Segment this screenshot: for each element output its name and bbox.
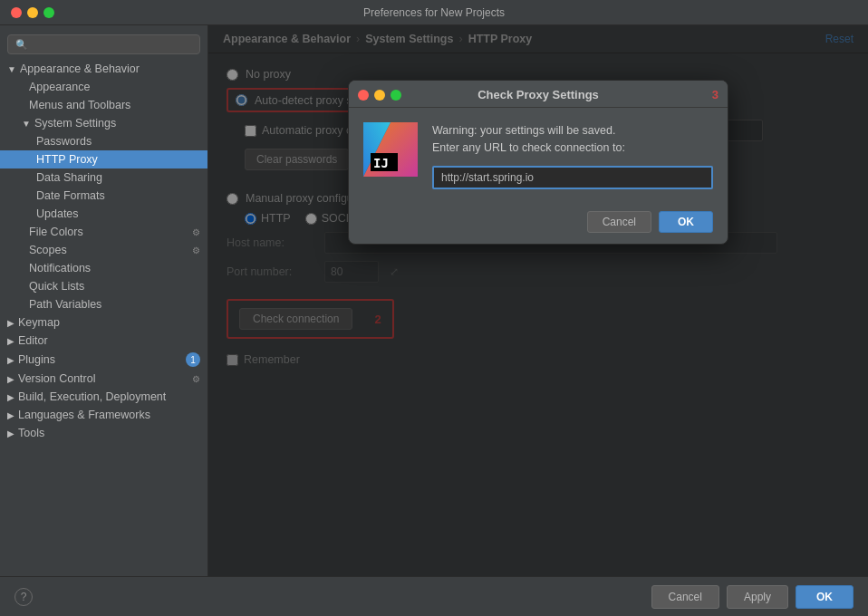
sidebar-item-version-control[interactable]: ▶ Version Control ⚙ [0, 370, 207, 388]
modal-cancel-button[interactable]: Cancel [587, 211, 651, 233]
sidebar-item-system-settings[interactable]: ▼ System Settings [0, 114, 207, 132]
main-container: 🔍 ▼ Appearance & Behavior Appearance Men… [0, 25, 868, 576]
bottom-ok-button[interactable]: OK [796, 585, 854, 609]
bottom-apply-button[interactable]: Apply [727, 585, 788, 609]
arrow-right-icon-lang: ▶ [7, 410, 14, 420]
window-controls [11, 7, 54, 18]
modal-ok-button[interactable]: OK [659, 211, 713, 233]
sidebar-item-menus-toolbars[interactable]: Menus and Toolbars [0, 96, 207, 114]
modal-min-button[interactable] [374, 90, 385, 101]
modal-warning-text: Warning: your settings will be saved. En… [432, 122, 713, 157]
close-button[interactable] [11, 7, 22, 18]
search-input[interactable] [33, 38, 192, 51]
content-area: Appearance & Behavior › System Settings … [208, 25, 868, 576]
sidebar-item-path-variables[interactable]: Path Variables [0, 295, 207, 313]
sidebar-item-updates[interactable]: Updates [0, 205, 207, 223]
arrow-right-icon-vc: ▶ [7, 374, 14, 384]
modal-footer: Cancel OK [349, 204, 728, 244]
sidebar-item-passwords[interactable]: Passwords [0, 132, 207, 150]
modal-body: IJ Warning: your settings will be saved.… [349, 108, 728, 204]
sidebar-item-data-sharing[interactable]: Data Sharing [0, 168, 207, 187]
sidebar-item-scopes[interactable]: Scopes ⚙ [0, 241, 207, 259]
plugins-badge: 1 [186, 352, 200, 367]
settings-icon-vc: ⚙ [192, 374, 200, 384]
arrow-down-icon-system: ▼ [22, 119, 31, 129]
sidebar-item-appearance[interactable]: Appearance [0, 78, 207, 96]
sidebar-group-label: Appearance & Behavior [20, 63, 140, 75]
sidebar-group-appearance-behavior: ▼ Appearance & Behavior Appearance Menus… [0, 60, 207, 313]
modal-window-controls [358, 90, 401, 101]
modal-text-area: Warning: your settings will be saved. En… [432, 122, 713, 189]
sidebar-item-appearance-behavior[interactable]: ▼ Appearance & Behavior [0, 60, 207, 78]
arrow-right-icon-editor: ▶ [7, 336, 14, 346]
help-button[interactable]: ? [14, 588, 33, 606]
window-title: Preferences for New Projects [363, 6, 505, 19]
settings-icon-2: ⚙ [192, 245, 200, 255]
sidebar-item-quick-lists[interactable]: Quick Lists [0, 277, 207, 295]
settings-icon: ⚙ [192, 227, 200, 237]
arrow-right-icon-tools: ▶ [7, 428, 14, 438]
ij-logo: IJ [363, 122, 418, 177]
modal-badge: 3 [712, 88, 719, 101]
sidebar-item-tools[interactable]: ▶ Tools [0, 424, 207, 442]
sidebar-item-file-colors[interactable]: File Colors ⚙ [0, 223, 207, 241]
sidebar-item-editor[interactable]: ▶ Editor [0, 332, 207, 350]
sidebar-item-notifications[interactable]: Notifications [0, 259, 207, 277]
bottom-cancel-button[interactable]: Cancel [651, 585, 719, 609]
search-box[interactable]: 🔍 [7, 34, 200, 54]
modal-url-input[interactable] [432, 166, 713, 189]
sidebar-item-build-exec[interactable]: ▶ Build, Execution, Deployment [0, 388, 207, 406]
arrow-right-icon-keymap: ▶ [7, 318, 14, 328]
sidebar-item-plugins[interactable]: ▶ Plugins 1 [0, 350, 207, 370]
check-proxy-dialog: Check Proxy Settings 3 [348, 80, 728, 245]
bottom-action-buttons: Cancel Apply OK [651, 585, 854, 609]
titlebar: Preferences for New Projects [0, 0, 868, 25]
arrow-down-icon: ▼ [7, 64, 16, 74]
modal-titlebar: Check Proxy Settings 3 [349, 81, 728, 108]
sidebar: 🔍 ▼ Appearance & Behavior Appearance Men… [0, 25, 208, 576]
bottom-bar: ? Cancel Apply OK [0, 576, 868, 616]
modal-max-button[interactable] [391, 90, 401, 101]
svg-text:IJ: IJ [373, 156, 389, 170]
arrow-right-icon-plugins: ▶ [7, 355, 14, 365]
sidebar-item-keymap[interactable]: ▶ Keymap [0, 313, 207, 332]
search-icon: 🔍 [15, 39, 28, 51]
modal-overlay: Check Proxy Settings 3 [208, 25, 868, 576]
sidebar-item-languages[interactable]: ▶ Languages & Frameworks [0, 406, 207, 424]
arrow-right-icon-build: ▶ [7, 392, 14, 402]
sidebar-item-date-formats[interactable]: Date Formats [0, 187, 207, 205]
modal-title: Check Proxy Settings [477, 88, 599, 101]
minimize-button[interactable] [27, 7, 38, 18]
sidebar-item-http-proxy[interactable]: HTTP Proxy [0, 150, 207, 168]
maximize-button[interactable] [43, 7, 54, 18]
modal-close-button[interactable] [358, 90, 369, 101]
